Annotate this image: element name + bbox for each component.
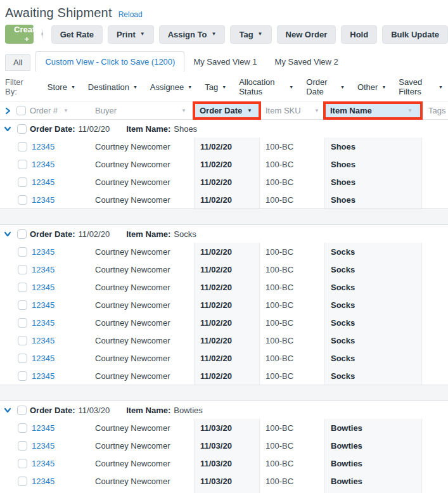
tab-custom-view-click-to-save-1200[interactable]: Custom View - Click to Save (1200) — [35, 51, 184, 72]
tab-my-saved-view-1[interactable]: My Saved View 1 — [184, 52, 266, 72]
toolbar-button-new-order[interactable]: New Order — [277, 25, 336, 44]
order-number-link[interactable]: 12345 — [32, 265, 54, 274]
group-rows: 12345 Courtney Newcomer 11/02/20 100-BC … — [0, 138, 448, 208]
sort-arrow-icon[interactable]: ▼ — [314, 108, 319, 113]
buyer-cell: Courtney Newcomer — [95, 490, 194, 493]
order-number-link[interactable]: 12345 — [32, 459, 54, 468]
sort-arrow-icon[interactable]: ▼ — [247, 108, 252, 113]
filter-assignee[interactable]: Assignee▼ — [150, 82, 192, 92]
chevron-down-icon: ▼ — [289, 85, 293, 89]
group-checkbox[interactable] — [17, 229, 27, 239]
row-checkbox[interactable] — [18, 336, 27, 345]
tags-cell — [422, 243, 448, 260]
tags-cell — [422, 314, 448, 331]
item-sku-cell: 100-BC — [260, 155, 324, 173]
order-number-link[interactable]: 12345 — [32, 477, 54, 486]
column-header-item-sku[interactable]: Item SKU ▼ — [260, 102, 324, 119]
item-name-cell: Shoes — [324, 138, 422, 155]
row-checkbox[interactable] — [18, 354, 27, 363]
order-number-link[interactable]: 12345 — [32, 371, 54, 381]
chevron-down-icon[interactable] — [4, 230, 11, 238]
toolbar-button-tag[interactable]: Tag▼ — [230, 25, 271, 44]
filter-store[interactable]: Store▼ — [48, 82, 75, 92]
row-checkbox[interactable] — [18, 195, 27, 205]
group-order-date-value: 11/02/20 — [79, 124, 110, 134]
filter-other[interactable]: Other▼ — [357, 82, 386, 92]
create-print-label-button[interactable]: Create + Print Label — [5, 25, 34, 44]
chevron-down-icon: ▼ — [340, 85, 345, 89]
reload-link[interactable]: Reload — [118, 10, 143, 19]
chevron-right-icon[interactable] — [4, 107, 11, 115]
row-checkbox[interactable] — [18, 300, 27, 310]
row-checkbox[interactable] — [18, 423, 27, 433]
sort-arrow-icon[interactable]: ▼ — [181, 108, 186, 113]
group-checkbox[interactable] — [17, 124, 27, 134]
item-sku-cell: 100-BC — [260, 260, 324, 278]
group-checkbox[interactable] — [17, 406, 27, 415]
table-row: 12345 Courtney Newcomer 11/03/20 100-BC … — [0, 472, 448, 490]
row-checkbox[interactable] — [18, 142, 27, 151]
row-checkbox[interactable] — [18, 459, 27, 468]
order-number-link[interactable]: 12345 — [32, 318, 54, 328]
row-checkbox[interactable] — [18, 477, 27, 486]
order-number-link[interactable]: 12345 — [32, 300, 54, 310]
order-number-link[interactable]: 12345 — [32, 247, 54, 257]
toolbar-button-get-rate[interactable]: Get Rate — [51, 25, 103, 44]
sort-arrow-icon[interactable]: ▼ — [63, 108, 68, 113]
header-select-cell — [0, 102, 30, 119]
filter-tag[interactable]: Tag▼ — [205, 82, 226, 92]
row-checkbox[interactable] — [18, 371, 27, 381]
tags-cell — [422, 191, 448, 208]
sort-arrow-icon[interactable]: ▼ — [407, 108, 413, 113]
row-checkbox[interactable] — [18, 283, 27, 292]
order-number-link[interactable]: 12345 — [32, 336, 54, 345]
order-number-link[interactable]: 12345 — [32, 441, 54, 451]
row-checkbox[interactable] — [18, 247, 27, 257]
filter-saved-filters[interactable]: Saved Filters▼ — [399, 77, 443, 96]
order-number-link[interactable]: 12345 — [32, 177, 54, 187]
order-groups: Order Date: 11/02/20 Item Name: Shoes 12… — [0, 120, 448, 493]
column-header-order-number[interactable]: Order # ▼ — [30, 102, 95, 119]
order-date-cell: 11/02/20 — [194, 314, 260, 331]
chevron-down-icon[interactable] — [4, 125, 11, 132]
filter-allocation-status[interactable]: Allocation Status▼ — [239, 77, 293, 96]
column-header-tags[interactable]: Tags — [422, 102, 448, 119]
tab-my-saved-view-2[interactable]: My Saved View 2 — [266, 52, 347, 72]
buyer-cell: Courtney Newcomer — [95, 367, 194, 385]
column-header-item-name[interactable]: Item Name ▼ — [324, 102, 422, 119]
toolbar-button-bulk-update[interactable]: Bulk Update — [382, 25, 448, 44]
row-checkbox[interactable] — [18, 160, 27, 169]
page-title: Awaiting Shipment — [5, 6, 112, 20]
tags-cell — [422, 155, 448, 173]
column-header-buyer[interactable]: Buyer ▼ — [95, 102, 194, 119]
filter-order-date[interactable]: Order Date▼ — [306, 77, 345, 96]
order-number-link[interactable]: 12345 — [32, 354, 54, 363]
chevron-down-icon: ▼ — [381, 85, 386, 89]
toolbar-button-assign-to[interactable]: Assign To▼ — [159, 25, 226, 44]
row-checkbox[interactable] — [18, 441, 27, 451]
toolbar-button-print[interactable]: Print▼ — [108, 25, 154, 44]
chevron-down-icon[interactable] — [4, 406, 11, 414]
group-rows: 12345 Courtney Newcomer 11/02/20 100-BC … — [0, 243, 448, 385]
order-number-link[interactable]: 12345 — [32, 423, 54, 433]
order-number-link[interactable]: 12345 — [32, 142, 54, 151]
filter-destination[interactable]: Destination▼ — [88, 82, 138, 92]
table-row: 12345 Courtney Newcomer 11/02/20 100-BC … — [0, 173, 448, 191]
order-number-link[interactable]: 12345 — [32, 283, 54, 292]
tags-cell — [422, 173, 448, 191]
row-checkbox[interactable] — [18, 265, 27, 274]
order-number-link[interactable]: 12345 — [32, 160, 54, 169]
row-checkbox[interactable] — [18, 318, 27, 328]
item-sku-cell: 100-BC — [260, 138, 324, 155]
tab-all[interactable]: All — [5, 54, 30, 71]
table-row: 12345 Courtney Newcomer 11/03/20 100-BC … — [0, 490, 448, 493]
toolbar-button-hold[interactable]: Hold — [341, 25, 377, 44]
item-sku-cell: 100-BC — [260, 331, 324, 349]
select-all-checkbox[interactable] — [16, 106, 26, 115]
order-number-link[interactable]: 12345 — [32, 195, 54, 205]
table-row: 12345 Courtney Newcomer 11/03/20 100-BC … — [0, 419, 448, 437]
row-checkbox[interactable] — [18, 177, 27, 187]
buyer-cell: Courtney Newcomer — [95, 314, 194, 331]
group-gap — [0, 208, 448, 225]
column-header-order-date[interactable]: Order Date ▼ — [194, 102, 260, 119]
